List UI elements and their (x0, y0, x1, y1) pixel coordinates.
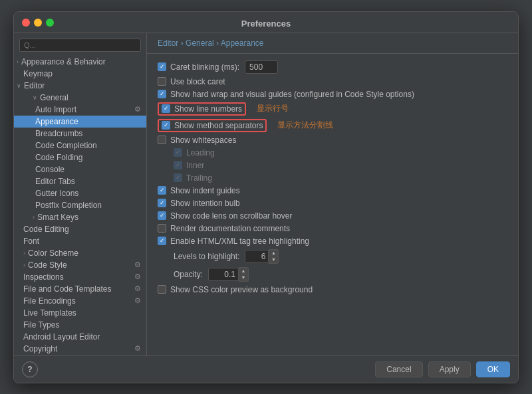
help-button[interactable]: ? (22, 361, 38, 377)
breadcrumb: Editor › General › Appearance (147, 33, 518, 54)
sidebar-item-copyright[interactable]: Copyright ⚙ (14, 343, 146, 355)
sidebar-item-postfix-completion[interactable]: Postfix Completion (14, 199, 146, 211)
sidebar-item-code-style[interactable]: › Code Style ⚙ (14, 259, 146, 271)
settings-content: Caret blinking (ms): Use block caret Sh (147, 54, 518, 355)
cancel-button[interactable]: Cancel (375, 361, 422, 377)
show-indent-guides-row: Show indent guides (158, 186, 507, 195)
opacity-input[interactable] (208, 268, 239, 281)
footer-buttons: Cancel Apply OK (375, 361, 510, 377)
caret-blinking-checkbox[interactable]: Caret blinking (ms): (158, 62, 239, 72)
close-button[interactable] (22, 19, 30, 27)
show-line-numbers-checkbox[interactable]: Show line numbers (162, 104, 242, 114)
caret-blinking-row: Caret blinking (ms): (158, 60, 507, 74)
sidebar-item-live-templates[interactable]: Live Templates (14, 307, 146, 319)
leading-checkbox[interactable]: Leading (174, 148, 215, 157)
levels-to-highlight-label: Levels to highlight: (174, 252, 239, 261)
show-method-separators-checkbox[interactable]: Show method separators (162, 121, 263, 130)
sidebar-item-file-encodings[interactable]: File Encodings ⚙ (14, 295, 146, 307)
title-bar: Preferences (14, 12, 518, 33)
opacity-spinner: ▲ ▼ (208, 267, 249, 282)
preferences-dialog: Preferences › Appearance & Behavior Keym… (13, 11, 519, 383)
checkbox-icon (158, 62, 166, 71)
render-documentation-label: Render documentation comments (170, 224, 290, 233)
sidebar-item-editor[interactable]: ∨ Editor (14, 80, 146, 92)
show-whitespaces-checkbox[interactable]: Show whitespaces (158, 136, 236, 145)
content-area: › Appearance & Behavior Keymap ∨ Editor … (14, 33, 518, 355)
levels-input[interactable] (245, 250, 269, 263)
show-whitespaces-label: Show whitespaces (170, 136, 236, 145)
sidebar-item-appearance[interactable]: Appearance (14, 116, 146, 128)
sidebar-item-inspections[interactable]: Inspections ⚙ (14, 271, 146, 283)
checkbox-icon (158, 186, 166, 195)
sidebar-item-color-scheme[interactable]: › Color Scheme (14, 247, 146, 259)
trailing-checkbox[interactable]: Trailing (174, 173, 212, 183)
caret-blinking-input[interactable] (245, 60, 278, 74)
spinner-down-button[interactable]: ▼ (269, 256, 278, 263)
spinner-up-button[interactable]: ▲ (269, 250, 278, 256)
opacity-label: Opacity: (174, 270, 203, 279)
use-block-caret-row: Use block caret (158, 77, 507, 86)
gear-icon: ⚙ (134, 272, 141, 281)
spinner-up-button[interactable]: ▲ (239, 268, 248, 274)
checkbox-icon (158, 237, 166, 245)
spinner-buttons: ▲ ▼ (239, 267, 249, 282)
sidebar-item-file-code-templates[interactable]: File and Code Templates ⚙ (14, 283, 146, 295)
show-code-lens-row: Show code lens on scrollbar hover (158, 211, 507, 221)
gear-icon: ⚙ (134, 284, 141, 293)
maximize-button[interactable] (46, 19, 54, 27)
sidebar: › Appearance & Behavior Keymap ∨ Editor … (14, 33, 147, 355)
show-hard-wrap-row: Show hard wrap and visual guides (config… (158, 90, 507, 99)
sidebar-item-code-editing[interactable]: Code Editing (14, 223, 146, 235)
show-intention-bulb-checkbox[interactable]: Show intention bulb (158, 199, 240, 208)
checkbox-icon (174, 161, 182, 169)
show-code-lens-checkbox[interactable]: Show code lens on scrollbar hover (158, 211, 292, 221)
enable-html-xml-checkbox[interactable]: Enable HTML/XML tag tree highlighting (158, 237, 309, 246)
search-input[interactable] (19, 39, 141, 52)
show-css-color-checkbox[interactable]: Show CSS color preview as background (158, 285, 313, 294)
sidebar-item-gutter-icons[interactable]: Gutter Icons (14, 187, 146, 199)
checkbox-icon (158, 199, 166, 207)
checkbox-icon (158, 77, 166, 86)
apply-button[interactable]: Apply (428, 361, 471, 377)
inner-label: Inner (186, 161, 204, 170)
caret-blinking-label: Caret blinking (ms): (170, 62, 239, 72)
checkbox-icon (158, 136, 166, 144)
show-line-numbers-annotation: 显示行号 (257, 103, 289, 114)
render-documentation-checkbox[interactable]: Render documentation comments (158, 224, 290, 233)
sidebar-item-editor-tabs[interactable]: Editor Tabs (14, 175, 146, 187)
render-documentation-row: Render documentation comments (158, 224, 507, 233)
checkbox-icon (158, 285, 166, 294)
sidebar-item-breadcrumbs[interactable]: Breadcrumbs (14, 128, 146, 140)
show-indent-guides-checkbox[interactable]: Show indent guides (158, 186, 240, 195)
sidebar-item-android-layout-editor[interactable]: Android Layout Editor (14, 331, 146, 343)
levels-spinner: ▲ ▼ (245, 249, 279, 264)
show-hard-wrap-checkbox[interactable]: Show hard wrap and visual guides (config… (158, 90, 414, 99)
gear-icon: ⚙ (134, 296, 141, 305)
show-line-numbers-row: Show line numbers 显示行号 (158, 102, 507, 116)
levels-to-highlight-row: Levels to highlight: ▲ ▼ (174, 249, 507, 264)
inner-checkbox[interactable]: Inner (174, 161, 204, 170)
show-css-color-label: Show CSS color preview as background (170, 285, 313, 294)
sidebar-item-general[interactable]: ∨ General (14, 92, 146, 104)
gear-icon: ⚙ (134, 105, 141, 114)
leading-label: Leading (186, 148, 215, 157)
chevron-icon: › (33, 214, 35, 221)
sidebar-item-file-types[interactable]: File Types (14, 319, 146, 331)
chevron-icon: › (23, 262, 25, 268)
sidebar-item-appearance-behavior[interactable]: › Appearance & Behavior (14, 56, 146, 68)
sidebar-item-code-folding[interactable]: Code Folding (14, 151, 146, 163)
leading-row: Leading (174, 148, 507, 157)
sidebar-item-code-completion[interactable]: Code Completion (14, 140, 146, 151)
use-block-caret-checkbox[interactable]: Use block caret (158, 77, 225, 86)
chevron-icon: › (23, 250, 25, 256)
opacity-row: Opacity: ▲ ▼ (174, 267, 507, 282)
spinner-down-button[interactable]: ▼ (239, 274, 248, 281)
sidebar-item-font[interactable]: Font (14, 235, 146, 247)
sidebar-item-keymap[interactable]: Keymap (14, 68, 146, 80)
minimize-button[interactable] (34, 19, 42, 27)
sidebar-item-auto-import[interactable]: Auto Import ⚙ (14, 104, 146, 116)
sidebar-item-smart-keys[interactable]: › Smart Keys (14, 211, 146, 223)
ok-button[interactable]: OK (476, 361, 510, 377)
dialog-title: Preferences (241, 19, 291, 29)
sidebar-item-console[interactable]: Console (14, 163, 146, 175)
